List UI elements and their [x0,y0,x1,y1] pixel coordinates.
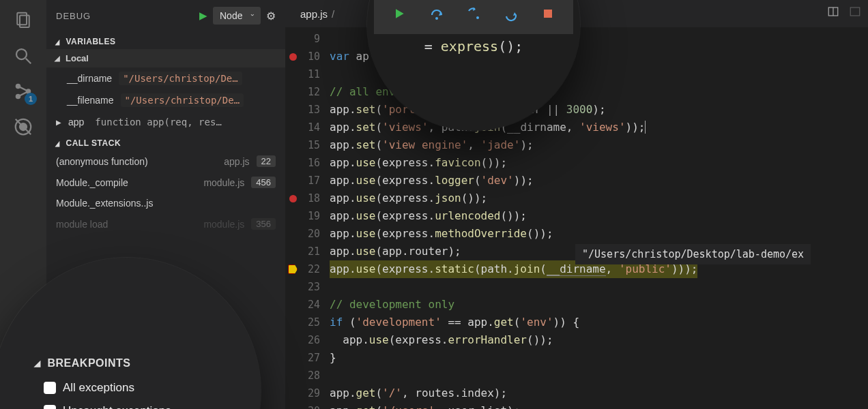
tab-modified-indicator: / [332,8,334,20]
source-control-icon[interactable]: 1 [11,79,35,104]
stack-frame[interactable]: (anonymous function) app.js 22 [46,151,285,172]
debug-title: DEBUG [56,11,194,21]
editor-actions [827,5,861,20]
svg-point-2 [16,49,27,59]
editor: app.js / 9 10var ap 11 12// all envi 13a… [285,0,868,409]
chevron-down-icon: ◢ [55,55,60,62]
start-debug-button[interactable]: ▶ [199,10,207,22]
svg-rect-1 [20,16,29,28]
breakpoints-section[interactable]: ◢ BREAKPOINTS [34,357,247,376]
split-editor-icon[interactable] [827,5,839,20]
debug-icon[interactable] [11,115,35,139]
breakpoint-all-exceptions[interactable]: All exceptions [34,376,247,399]
svg-line-3 [26,59,31,64]
breakpoint-uncaught-exceptions[interactable]: Uncaught exceptions [34,399,247,409]
svg-rect-12 [850,7,860,16]
svg-point-14 [476,16,479,19]
files-icon[interactable] [11,8,35,33]
tab-active[interactable]: app.js [300,8,328,20]
step-over-button[interactable] [427,4,446,23]
search-icon[interactable] [11,44,35,68]
callstack-section[interactable]: ◢ CALL STACK [46,133,285,151]
chevron-down-icon: ◢ [34,359,41,368]
gear-icon[interactable]: ⚙ [266,10,276,22]
step-out-button[interactable] [501,4,520,23]
stop-button[interactable] [538,4,558,23]
continue-button[interactable] [390,4,409,23]
variable-row[interactable]: ▶ app function app(req, res, ne… [46,111,285,133]
chevron-down-icon: ◢ [55,38,60,46]
magnified-code: = express(); [367,38,580,55]
debug-config-select[interactable]: Node [213,7,261,25]
debug-header: DEBUG ▶ Node ⚙ [46,0,285,31]
svg-rect-0 [17,13,27,25]
more-icon[interactable] [849,5,861,20]
svg-rect-15 [544,10,552,18]
svg-point-13 [435,17,438,20]
stack-frame[interactable]: Module._compile module.js 456 [46,172,285,193]
breakpoint-dot[interactable] [289,53,297,61]
code-area[interactable]: 9 10var ap 11 12// all envi 13app.set('p… [285,27,868,409]
variable-row[interactable]: __filename "/Users/christop/De… [46,89,285,111]
breakpoint-dot[interactable] [289,195,297,202]
hover-tooltip: "/Users/christop/Desktop/lab-demo/ex [575,244,811,264]
stack-frame[interactable]: module load module.js 356 [46,213,285,234]
variables-section[interactable]: ◢ VARIABLES [46,31,285,49]
local-scope[interactable]: ◢ Local [46,49,285,67]
variable-row[interactable]: __dirname "/Users/christop/De… [46,67,285,89]
checkbox-unchecked[interactable] [44,382,56,394]
chevron-right-icon: ▶ [56,119,61,126]
chevron-down-icon: ◢ [55,140,60,147]
current-frame-icon [288,264,298,274]
scm-badge: 1 [25,93,37,105]
step-into-button[interactable] [464,4,483,23]
checkbox-unchecked[interactable] [44,405,56,409]
stack-frame[interactable]: Module._extensions..js [46,193,285,213]
debug-toolbar [374,0,573,34]
